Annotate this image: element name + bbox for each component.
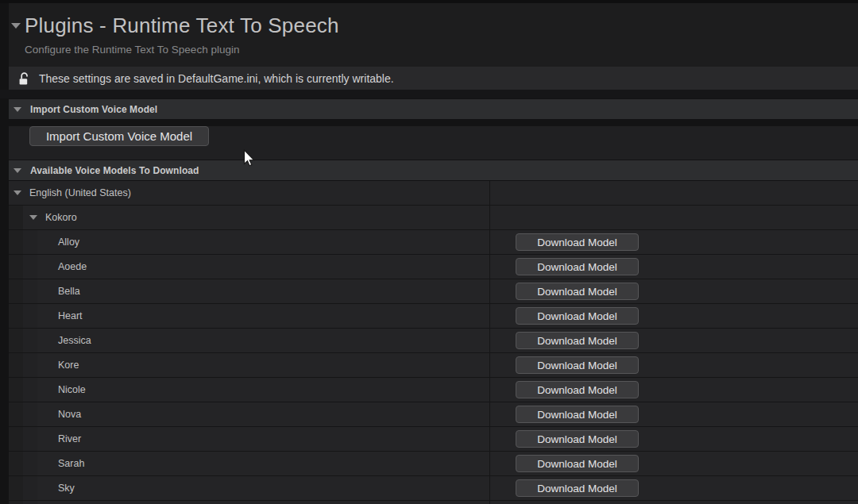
indent-guide	[23, 476, 37, 500]
table-row[interactable]: KoreDownload Model	[9, 353, 858, 378]
value-cell	[490, 181, 858, 205]
indent-guide	[23, 353, 37, 377]
indent-guide	[23, 452, 37, 475]
section-header-import-custom-voice-model[interactable]: Import Custom Voice Model	[9, 98, 858, 120]
voice-name-label: Sarah	[58, 458, 84, 469]
import-custom-voice-model-button[interactable]: Import Custom Voice Model	[29, 126, 209, 146]
download-model-button[interactable]: Download Model	[516, 381, 639, 398]
spacer	[0, 90, 858, 98]
indent-guide	[9, 501, 23, 504]
voice-name-label: River	[58, 433, 81, 444]
value-cell: Download Model	[490, 329, 858, 352]
value-cell: Download Model	[490, 476, 858, 500]
value-cell	[490, 206, 858, 229]
table-row[interactable]: SarahDownload Model	[9, 452, 858, 476]
notice-text: These settings are saved in DefaultGame.…	[39, 72, 394, 85]
collapse-arrow-icon[interactable]	[11, 23, 21, 29]
table-row[interactable]: JessicaDownload Model	[9, 329, 858, 353]
indent-guide	[9, 206, 23, 229]
expander-arrow-icon[interactable]	[14, 190, 21, 195]
voice-name-cell: Bella	[9, 279, 490, 303]
indent-guide	[23, 427, 37, 451]
section-header-available-voice-models[interactable]: Available Voice Models To Download	[9, 160, 858, 181]
config-file-notice: These settings are saved in DefaultGame.…	[9, 67, 858, 90]
indent-guide	[23, 304, 37, 328]
table-row[interactable]: BellaDownload Model	[9, 279, 858, 304]
value-cell: Download Model	[490, 353, 858, 377]
voice-name-cell: Alloy	[9, 230, 490, 254]
indent-guide	[9, 427, 23, 451]
table-row[interactable]: NovaDownload Model	[9, 402, 858, 427]
value-cell: Download Model	[490, 230, 858, 254]
tree-row-language[interactable]: English (United States)	[9, 181, 858, 206]
download-model-button[interactable]: Download Model	[516, 332, 639, 349]
voice-name-cell: River	[9, 427, 490, 451]
table-row[interactable]: RiverDownload Model	[9, 427, 858, 452]
table-row[interactable]: AoedeDownload Model	[9, 255, 858, 279]
expander-arrow-icon[interactable]	[29, 215, 37, 220]
indent-guide	[23, 329, 37, 352]
indent-guide	[23, 279, 37, 303]
indent-guide	[9, 304, 23, 328]
voice-name-label: Kore	[58, 360, 79, 371]
voice-name-label: Aoede	[58, 261, 87, 272]
voice-name-cell: Nova	[9, 402, 490, 426]
download-model-button[interactable]: Download Model	[516, 356, 639, 374]
voice-name-cell: Sarah	[9, 452, 490, 475]
tree-row-group[interactable]: Kokoro	[9, 206, 858, 230]
title-area: Plugins - Runtime Text To Speech Configu…	[9, 3, 858, 67]
value-cell: Download Model	[490, 255, 858, 279]
download-model-button[interactable]: Download Model	[516, 479, 639, 497]
voice-name-cell: Kore	[9, 353, 490, 377]
indent-guide	[9, 353, 23, 377]
table-row[interactable]: AlloyDownload Model	[9, 230, 858, 255]
indent-guide	[9, 329, 23, 352]
download-model-button[interactable]: Download Model	[516, 406, 639, 423]
voice-name-cell: Aoede	[9, 255, 490, 279]
voice-rows: AlloyDownload ModelAoedeDownload ModelBe…	[9, 230, 858, 504]
value-cell: Download Model	[490, 304, 858, 328]
indent-guide	[23, 230, 37, 254]
page-subtitle: Configure the Runtime Text To Speech plu…	[25, 44, 858, 56]
voice-name-label: Jessica	[58, 335, 91, 346]
indent-guide	[9, 378, 23, 402]
download-model-button[interactable]: Download Model	[516, 430, 639, 448]
indent-guide	[23, 501, 37, 504]
voice-name-label: Nova	[58, 409, 81, 420]
value-cell: Download Model	[490, 378, 858, 402]
download-model-button[interactable]: Download Model	[516, 455, 639, 472]
page-title: Plugins - Runtime Text To Speech	[25, 13, 339, 38]
value-cell: Download Model	[490, 427, 858, 451]
expander-arrow-icon[interactable]	[14, 107, 21, 112]
language-label: English (United States)	[29, 187, 131, 198]
voice-name-label: Alloy	[58, 237, 79, 248]
voice-name-label: Nicole	[58, 384, 86, 395]
voice-name-cell	[9, 501, 490, 504]
value-cell: Download Model	[490, 402, 858, 426]
indent-guide	[9, 452, 23, 475]
table-row[interactable]: NicoleDownload Model	[9, 378, 858, 402]
indent-guide	[9, 402, 23, 426]
value-cell: Download Model	[490, 501, 858, 504]
voice-name-label: Sky	[58, 483, 75, 494]
value-cell: Download Model	[490, 279, 858, 303]
table-row[interactable]: HeartDownload Model	[9, 304, 858, 329]
download-model-button[interactable]: Download Model	[516, 307, 639, 325]
voice-name-label: Bella	[58, 286, 80, 297]
voice-name-cell: Sky	[9, 476, 490, 500]
import-button-row: Import Custom Voice Model	[9, 126, 858, 160]
indent-guide	[23, 378, 37, 402]
table-row[interactable]: Download Model	[9, 501, 858, 504]
expander-arrow-icon[interactable]	[14, 168, 21, 173]
value-cell: Download Model	[490, 452, 858, 475]
group-label: Kokoro	[45, 212, 77, 223]
voice-model-tree: English (United States) Kokoro AlloyDown…	[9, 181, 858, 504]
indent-guide	[9, 476, 23, 500]
indent-guide	[23, 255, 37, 279]
indent-guide	[9, 279, 23, 303]
indent-guide	[23, 402, 37, 426]
download-model-button[interactable]: Download Model	[516, 258, 639, 275]
download-model-button[interactable]: Download Model	[516, 283, 639, 300]
download-model-button[interactable]: Download Model	[516, 233, 639, 251]
table-row[interactable]: SkyDownload Model	[9, 476, 858, 501]
